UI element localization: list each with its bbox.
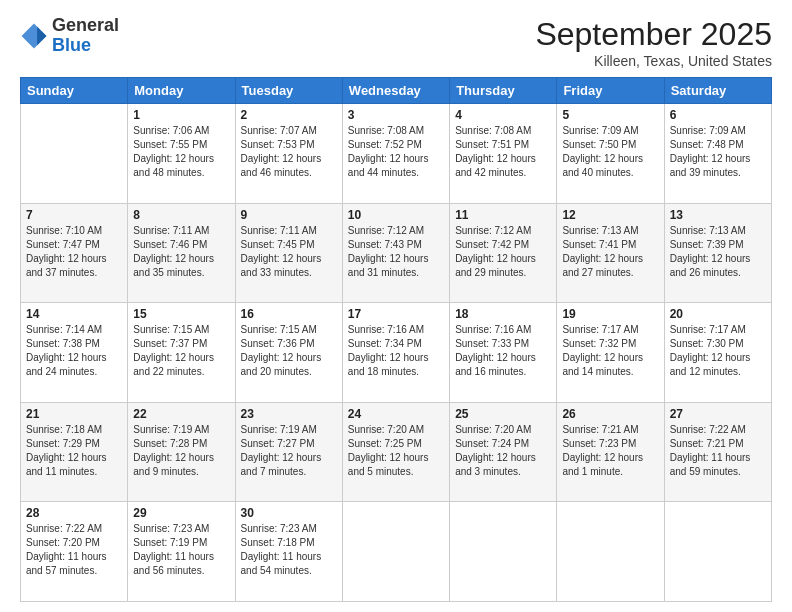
- table-row: 23Sunrise: 7:19 AM Sunset: 7:27 PM Dayli…: [235, 402, 342, 502]
- day-number: 2: [241, 108, 337, 122]
- col-thursday: Thursday: [450, 78, 557, 104]
- table-row: 17Sunrise: 7:16 AM Sunset: 7:34 PM Dayli…: [342, 303, 449, 403]
- table-row: [664, 502, 771, 602]
- day-info: Sunrise: 7:06 AM Sunset: 7:55 PM Dayligh…: [133, 124, 229, 180]
- day-info: Sunrise: 7:15 AM Sunset: 7:36 PM Dayligh…: [241, 323, 337, 379]
- day-info: Sunrise: 7:09 AM Sunset: 7:50 PM Dayligh…: [562, 124, 658, 180]
- logo-icon: [20, 22, 48, 50]
- logo: General Blue: [20, 16, 119, 56]
- title-block: September 2025 Killeen, Texas, United St…: [535, 16, 772, 69]
- col-wednesday: Wednesday: [342, 78, 449, 104]
- day-number: 21: [26, 407, 122, 421]
- day-info: Sunrise: 7:08 AM Sunset: 7:52 PM Dayligh…: [348, 124, 444, 180]
- calendar-week-row: 7Sunrise: 7:10 AM Sunset: 7:47 PM Daylig…: [21, 203, 772, 303]
- header: General Blue September 2025 Killeen, Tex…: [20, 16, 772, 69]
- col-tuesday: Tuesday: [235, 78, 342, 104]
- table-row: 14Sunrise: 7:14 AM Sunset: 7:38 PM Dayli…: [21, 303, 128, 403]
- day-info: Sunrise: 7:15 AM Sunset: 7:37 PM Dayligh…: [133, 323, 229, 379]
- day-info: Sunrise: 7:19 AM Sunset: 7:27 PM Dayligh…: [241, 423, 337, 479]
- logo-blue-text: Blue: [52, 35, 91, 55]
- table-row: 26Sunrise: 7:21 AM Sunset: 7:23 PM Dayli…: [557, 402, 664, 502]
- day-number: 25: [455, 407, 551, 421]
- table-row: 27Sunrise: 7:22 AM Sunset: 7:21 PM Dayli…: [664, 402, 771, 502]
- table-row: 28Sunrise: 7:22 AM Sunset: 7:20 PM Dayli…: [21, 502, 128, 602]
- table-row: [557, 502, 664, 602]
- month-title: September 2025: [535, 16, 772, 53]
- day-info: Sunrise: 7:12 AM Sunset: 7:43 PM Dayligh…: [348, 224, 444, 280]
- calendar-week-row: 28Sunrise: 7:22 AM Sunset: 7:20 PM Dayli…: [21, 502, 772, 602]
- day-number: 14: [26, 307, 122, 321]
- col-sunday: Sunday: [21, 78, 128, 104]
- day-info: Sunrise: 7:23 AM Sunset: 7:18 PM Dayligh…: [241, 522, 337, 578]
- day-number: 23: [241, 407, 337, 421]
- table-row: 11Sunrise: 7:12 AM Sunset: 7:42 PM Dayli…: [450, 203, 557, 303]
- table-row: 29Sunrise: 7:23 AM Sunset: 7:19 PM Dayli…: [128, 502, 235, 602]
- day-number: 12: [562, 208, 658, 222]
- table-row: 4Sunrise: 7:08 AM Sunset: 7:51 PM Daylig…: [450, 104, 557, 204]
- col-monday: Monday: [128, 78, 235, 104]
- day-info: Sunrise: 7:23 AM Sunset: 7:19 PM Dayligh…: [133, 522, 229, 578]
- table-row: [450, 502, 557, 602]
- day-info: Sunrise: 7:17 AM Sunset: 7:32 PM Dayligh…: [562, 323, 658, 379]
- day-number: 5: [562, 108, 658, 122]
- day-info: Sunrise: 7:19 AM Sunset: 7:28 PM Dayligh…: [133, 423, 229, 479]
- table-row: 9Sunrise: 7:11 AM Sunset: 7:45 PM Daylig…: [235, 203, 342, 303]
- table-row: 5Sunrise: 7:09 AM Sunset: 7:50 PM Daylig…: [557, 104, 664, 204]
- day-number: 26: [562, 407, 658, 421]
- table-row: 22Sunrise: 7:19 AM Sunset: 7:28 PM Dayli…: [128, 402, 235, 502]
- day-info: Sunrise: 7:10 AM Sunset: 7:47 PM Dayligh…: [26, 224, 122, 280]
- day-number: 11: [455, 208, 551, 222]
- table-row: 18Sunrise: 7:16 AM Sunset: 7:33 PM Dayli…: [450, 303, 557, 403]
- day-info: Sunrise: 7:21 AM Sunset: 7:23 PM Dayligh…: [562, 423, 658, 479]
- day-info: Sunrise: 7:14 AM Sunset: 7:38 PM Dayligh…: [26, 323, 122, 379]
- day-number: 15: [133, 307, 229, 321]
- logo-text: General Blue: [52, 16, 119, 56]
- day-info: Sunrise: 7:20 AM Sunset: 7:25 PM Dayligh…: [348, 423, 444, 479]
- calendar-week-row: 14Sunrise: 7:14 AM Sunset: 7:38 PM Dayli…: [21, 303, 772, 403]
- logo-general-text: General: [52, 15, 119, 35]
- day-info: Sunrise: 7:12 AM Sunset: 7:42 PM Dayligh…: [455, 224, 551, 280]
- day-info: Sunrise: 7:09 AM Sunset: 7:48 PM Dayligh…: [670, 124, 766, 180]
- day-info: Sunrise: 7:22 AM Sunset: 7:21 PM Dayligh…: [670, 423, 766, 479]
- table-row: 13Sunrise: 7:13 AM Sunset: 7:39 PM Dayli…: [664, 203, 771, 303]
- col-friday: Friday: [557, 78, 664, 104]
- day-info: Sunrise: 7:16 AM Sunset: 7:34 PM Dayligh…: [348, 323, 444, 379]
- table-row: 8Sunrise: 7:11 AM Sunset: 7:46 PM Daylig…: [128, 203, 235, 303]
- table-row: 1Sunrise: 7:06 AM Sunset: 7:55 PM Daylig…: [128, 104, 235, 204]
- day-number: 7: [26, 208, 122, 222]
- day-number: 18: [455, 307, 551, 321]
- table-row: 7Sunrise: 7:10 AM Sunset: 7:47 PM Daylig…: [21, 203, 128, 303]
- day-number: 20: [670, 307, 766, 321]
- svg-marker-1: [37, 26, 46, 45]
- table-row: 10Sunrise: 7:12 AM Sunset: 7:43 PM Dayli…: [342, 203, 449, 303]
- day-number: 16: [241, 307, 337, 321]
- day-info: Sunrise: 7:18 AM Sunset: 7:29 PM Dayligh…: [26, 423, 122, 479]
- day-number: 30: [241, 506, 337, 520]
- day-info: Sunrise: 7:17 AM Sunset: 7:30 PM Dayligh…: [670, 323, 766, 379]
- table-row: 20Sunrise: 7:17 AM Sunset: 7:30 PM Dayli…: [664, 303, 771, 403]
- header-row: Sunday Monday Tuesday Wednesday Thursday…: [21, 78, 772, 104]
- table-row: 12Sunrise: 7:13 AM Sunset: 7:41 PM Dayli…: [557, 203, 664, 303]
- day-info: Sunrise: 7:11 AM Sunset: 7:45 PM Dayligh…: [241, 224, 337, 280]
- calendar-week-row: 1Sunrise: 7:06 AM Sunset: 7:55 PM Daylig…: [21, 104, 772, 204]
- day-number: 3: [348, 108, 444, 122]
- day-info: Sunrise: 7:07 AM Sunset: 7:53 PM Dayligh…: [241, 124, 337, 180]
- day-number: 13: [670, 208, 766, 222]
- day-info: Sunrise: 7:13 AM Sunset: 7:41 PM Dayligh…: [562, 224, 658, 280]
- calendar-table: Sunday Monday Tuesday Wednesday Thursday…: [20, 77, 772, 602]
- table-row: 21Sunrise: 7:18 AM Sunset: 7:29 PM Dayli…: [21, 402, 128, 502]
- table-row: 19Sunrise: 7:17 AM Sunset: 7:32 PM Dayli…: [557, 303, 664, 403]
- table-row: 24Sunrise: 7:20 AM Sunset: 7:25 PM Dayli…: [342, 402, 449, 502]
- day-number: 1: [133, 108, 229, 122]
- day-number: 29: [133, 506, 229, 520]
- calendar-week-row: 21Sunrise: 7:18 AM Sunset: 7:29 PM Dayli…: [21, 402, 772, 502]
- day-number: 22: [133, 407, 229, 421]
- table-row: 6Sunrise: 7:09 AM Sunset: 7:48 PM Daylig…: [664, 104, 771, 204]
- day-info: Sunrise: 7:16 AM Sunset: 7:33 PM Dayligh…: [455, 323, 551, 379]
- day-info: Sunrise: 7:08 AM Sunset: 7:51 PM Dayligh…: [455, 124, 551, 180]
- page: General Blue September 2025 Killeen, Tex…: [0, 0, 792, 612]
- day-number: 6: [670, 108, 766, 122]
- table-row: 15Sunrise: 7:15 AM Sunset: 7:37 PM Dayli…: [128, 303, 235, 403]
- table-row: [21, 104, 128, 204]
- day-number: 19: [562, 307, 658, 321]
